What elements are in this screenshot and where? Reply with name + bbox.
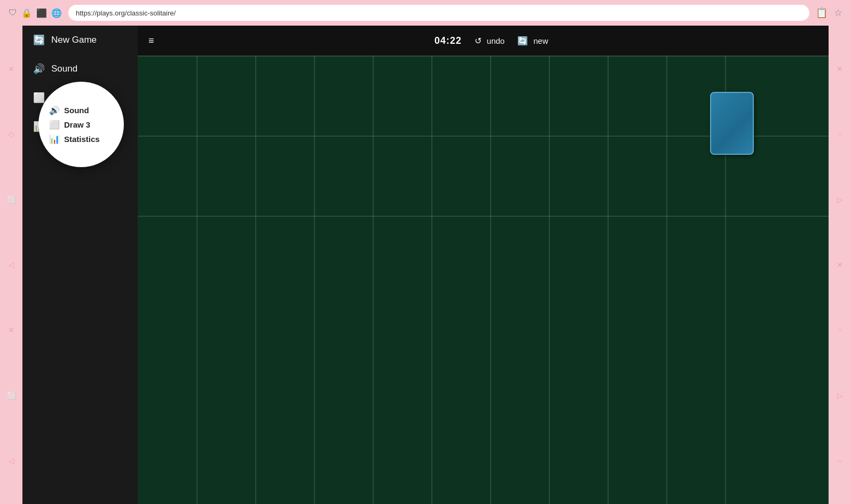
sidebar-item-new-game[interactable]: 🔄 New Game xyxy=(22,26,138,54)
bookmarks-icon: 📋 xyxy=(816,7,828,19)
deco-x-2: ✕ xyxy=(8,326,14,334)
game-wrapper: 🔄 New Game 🔊 Sound ⬜ Draw 3 📊 Statistics… xyxy=(22,26,829,504)
deco-x-right-1: ✕ xyxy=(837,65,843,73)
deco-square-1: ⬜ xyxy=(7,195,16,204)
star-icon: ☆ xyxy=(834,7,842,19)
circle-stats-icon: 📊 xyxy=(49,134,60,144)
deco-triangle-right-2: ▷ xyxy=(837,391,843,400)
deco-circle-2: ○ xyxy=(838,326,842,334)
grid-line-v2 xyxy=(255,56,256,504)
address-bar[interactable]: https://plays.org/classic-solitaire/ xyxy=(68,5,809,21)
circle-draw3-icon: ⬜ xyxy=(49,120,60,130)
grid-line-v7 xyxy=(549,56,550,504)
circle-stats-label: Statistics xyxy=(64,135,100,144)
url-text: https://plays.org/classic-solitaire/ xyxy=(76,9,176,17)
deco-circle-3: ○ xyxy=(838,456,842,465)
new-label: new xyxy=(533,36,548,45)
globe-icon: 🌐 xyxy=(51,8,62,18)
game-area xyxy=(138,56,829,504)
menu-circle-overlay: 🔊 Sound ⬜ Draw 3 📊 Statistics xyxy=(38,82,124,167)
grid-line-v5 xyxy=(431,56,432,504)
circle-item-sound[interactable]: 🔊 Sound xyxy=(49,105,113,115)
left-decoration-strip: ✕ ◇ ⬜ ◁ ✕ ⬜ ◁ xyxy=(0,26,22,504)
grid-line-v3 xyxy=(314,56,315,504)
sound-label: Sound xyxy=(51,64,77,74)
circle-sound-icon: 🔊 xyxy=(49,105,60,115)
draw3-icon: ⬜ xyxy=(33,92,45,104)
deco-circle-1: ○ xyxy=(838,130,842,138)
right-decoration-strip: ✕ ○ ▷ ✕ ○ ▷ ○ xyxy=(829,26,851,504)
lock-icon: 🔒 xyxy=(21,8,32,18)
new-game-label: New Game xyxy=(51,35,97,45)
deco-x-1: ✕ xyxy=(8,65,14,73)
new-button[interactable]: 🔄 new xyxy=(517,36,548,46)
deco-triangle-2: ◁ xyxy=(9,456,14,465)
deco-x-right-2: ✕ xyxy=(837,261,843,269)
sidebar-item-sound[interactable]: 🔊 Sound xyxy=(22,54,138,83)
browser-security-icons: 🛡 🔒 ⬛ 🌐 xyxy=(9,8,62,18)
hamburger-button[interactable]: ≡ xyxy=(148,35,154,46)
card-blue[interactable] xyxy=(710,92,754,155)
deco-diamond-1: ◇ xyxy=(9,130,14,138)
shield-icon: 🛡 xyxy=(9,8,17,18)
deco-triangle-right-1: ▷ xyxy=(837,195,843,204)
tabs-icon: ⬛ xyxy=(36,8,47,18)
undo-label: undo xyxy=(487,36,505,45)
new-icon: 🔄 xyxy=(517,36,528,46)
circle-draw3-label: Draw 3 xyxy=(64,120,90,129)
deco-square-2: ⬜ xyxy=(7,391,16,400)
grid-line-v8 xyxy=(608,56,609,504)
grid-line-v6 xyxy=(490,56,491,504)
sidebar: 🔄 New Game 🔊 Sound ⬜ Draw 3 📊 Statistics… xyxy=(22,26,138,504)
undo-button[interactable]: ↺ undo xyxy=(475,36,505,46)
undo-icon: ↺ xyxy=(475,36,482,46)
circle-sound-label: Sound xyxy=(64,106,89,115)
grid-line-v4 xyxy=(373,56,374,504)
hamburger-icon: ≡ xyxy=(148,35,154,46)
timer-value: 04:22 xyxy=(435,35,462,46)
top-bar: ≡ 04:22 ↺ undo 🔄 new xyxy=(138,26,829,56)
grid-line-v9 xyxy=(666,56,667,504)
sound-icon: 🔊 xyxy=(33,63,45,75)
timer-display: 04:22 ↺ undo 🔄 new xyxy=(165,35,818,46)
grid-line-v1 xyxy=(196,56,198,504)
new-game-icon: 🔄 xyxy=(33,34,45,46)
deco-triangle-1: ◁ xyxy=(9,261,14,269)
browser-bar: 🛡 🔒 ⬛ 🌐 https://plays.org/classic-solita… xyxy=(0,0,851,26)
circle-item-statistics[interactable]: 📊 Statistics xyxy=(49,134,113,144)
browser-right-icons: 📋 ☆ xyxy=(816,7,842,19)
circle-item-draw3[interactable]: ⬜ Draw 3 xyxy=(49,120,113,130)
